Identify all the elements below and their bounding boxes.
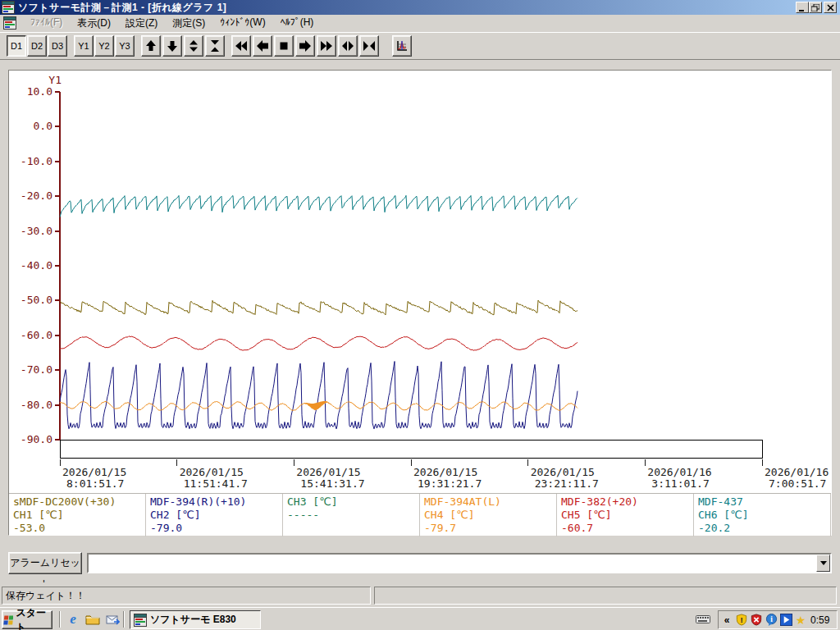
channel-label: sMDF-DC200V(+30) xyxy=(13,495,145,509)
toolbar-button-collapse-horizontal[interactable] xyxy=(359,35,379,57)
security-warning-icon[interactable]: ! xyxy=(735,614,748,627)
toolbar-button-step-forward[interactable] xyxy=(295,35,315,57)
x-tick-time: 11:51:41.7 xyxy=(184,477,248,490)
toolbar-button-stop[interactable] xyxy=(274,35,294,57)
x-tick-date: 2026/01/15 xyxy=(413,466,477,478)
collapse-horizontal-icon xyxy=(363,39,376,52)
trace-ch1 xyxy=(60,300,578,315)
alarm-reset-button[interactable]: アラームリセット xyxy=(8,552,82,574)
legend-channel-ch1: sMDF-DC200V(+30)CH1 [℃]-53.0 xyxy=(9,494,146,536)
move-down-icon xyxy=(166,39,179,52)
expand-vertical-icon xyxy=(187,39,200,52)
menu-bar: ﾌｧｲﾙ(F)表示(D)設定(Z)測定(S)ｳｨﾝﾄﾞｳ(W)ﾍﾙﾌﾟ(H) xyxy=(0,15,840,31)
toolbar-button-step-back[interactable] xyxy=(253,35,272,57)
x-tick-time: 15:41:31.7 xyxy=(300,477,364,490)
y-tick-label: -50.0 xyxy=(21,294,52,306)
legend-channel-ch4: MDF-394AT(L)CH4 [℃]-79.7 xyxy=(420,494,557,536)
menu-item-1[interactable]: 表示(D) xyxy=(70,15,118,32)
menu-items: ﾌｧｲﾙ(F)表示(D)設定(Z)測定(S)ｳｨﾝﾄﾞｳ(W)ﾍﾙﾌﾟ(H) xyxy=(23,15,321,32)
media-play-icon[interactable] xyxy=(779,614,792,627)
channel-unit: CH5 [℃] xyxy=(561,509,693,522)
start-label: スタート xyxy=(16,606,52,630)
mail-icon[interactable] xyxy=(105,612,120,627)
app-icon xyxy=(134,614,147,627)
restore-button[interactable] xyxy=(809,2,822,13)
taskbar-separator xyxy=(123,611,125,628)
toolbar-button-expand-vertical[interactable] xyxy=(184,35,203,57)
channel-unit: CH2 [℃] xyxy=(150,509,282,522)
menu-item-5[interactable]: ﾍﾙﾌﾟ(H) xyxy=(273,15,322,32)
menu-item-4[interactable]: ｳｨﾝﾄﾞｳ(W) xyxy=(212,15,272,32)
legend-channel-ch5: MDF-382(+20)CH5 [℃]-60.7 xyxy=(557,494,694,536)
y-tick-label: 10.0 xyxy=(27,85,52,98)
star-icon[interactable]: ★ xyxy=(794,614,807,627)
x-tick-date: 2026/01/15 xyxy=(296,466,360,478)
start-button[interactable]: スタート xyxy=(2,610,52,629)
app-icon xyxy=(2,1,15,14)
expand-horizontal-icon xyxy=(341,39,354,52)
internet-explorer-icon[interactable]: e xyxy=(66,612,80,627)
toolbar-button-d3[interactable]: D3 xyxy=(48,35,67,57)
alarm-row: アラームリセット xyxy=(0,546,840,578)
toolbar-button-collapse-vertical[interactable] xyxy=(205,35,225,57)
toolbar-button-rewind[interactable] xyxy=(231,35,251,57)
y-tick-label: -90.0 xyxy=(21,433,52,445)
toolbar-button-move-up[interactable] xyxy=(141,35,161,57)
toolbar-button-d2[interactable]: D2 xyxy=(27,35,47,57)
alarm-combo-box[interactable] xyxy=(87,553,832,573)
task-button-active[interactable]: ソフトサーモ E830 xyxy=(130,610,261,629)
toolbar-button-y2[interactable]: Y2 xyxy=(94,35,114,57)
channel-legend: sMDF-DC200V(+30)CH1 [℃]-53.0MDF-394(R)(+… xyxy=(9,493,831,536)
channel-label: MDF-382(+20) xyxy=(561,495,693,509)
taskbar-separator xyxy=(59,611,61,628)
x-tick-date: 2026/01/16 xyxy=(765,466,829,478)
y-tick-label: -70.0 xyxy=(21,363,52,376)
info-balloon-icon[interactable]: i xyxy=(765,614,778,627)
graph-settings-icon xyxy=(395,39,409,52)
trace-ch2 xyxy=(60,362,578,429)
x-tick-date: 2026/01/15 xyxy=(531,466,595,478)
x-tick-time: 7:00:51.7 xyxy=(769,477,826,490)
toolbar-button-graph-settings[interactable] xyxy=(392,35,412,57)
x-tick-time: 8:01:51.7 xyxy=(66,477,124,490)
channel-unit: CH1 [℃] xyxy=(13,509,145,522)
toolbar-button-expand-horizontal[interactable] xyxy=(338,35,358,57)
toolbar-button-y3[interactable]: Y3 xyxy=(115,35,135,57)
channel-value: ----- xyxy=(287,509,419,522)
x-tick-date: 2026/01/15 xyxy=(62,466,126,478)
legend-channel-ch2: MDF-394(R)(+10)CH2 [℃]-79.0 xyxy=(146,494,283,536)
channel-unit: CH4 [℃] xyxy=(424,509,556,522)
document-icon[interactable] xyxy=(3,16,16,30)
security-alert-icon[interactable] xyxy=(750,614,763,627)
channel-value: -53.0 xyxy=(13,522,145,535)
channel-label: MDF-394(R)(+10) xyxy=(150,495,282,509)
folder-icon[interactable] xyxy=(85,612,100,627)
channel-value: -60.7 xyxy=(561,522,693,535)
toolbar-button-fast-forward[interactable] xyxy=(317,35,336,57)
channel-unit: CH6 [℃] xyxy=(698,509,830,522)
toolbar-button-y1[interactable]: Y1 xyxy=(74,35,94,57)
taskbar: スタート e ソフトサーモ E830 « ! i ★ 0:59 xyxy=(0,607,840,630)
toolbar-button-move-down[interactable] xyxy=(162,35,182,57)
collapse-chevron-icon[interactable]: « xyxy=(720,614,733,627)
close-button[interactable] xyxy=(824,2,837,13)
channel-label: MDF-394AT(L) xyxy=(424,495,556,509)
channel-label: MDF-437 xyxy=(698,495,830,509)
keyboard-icon[interactable] xyxy=(696,614,710,624)
window-title: ソフトサーモ計測－計測1 - [折れ線グラフ 1] xyxy=(18,1,226,15)
channel-value: -20.2 xyxy=(698,522,830,535)
minimize-button[interactable] xyxy=(796,2,809,13)
title-bar: ソフトサーモ計測－計測1 - [折れ線グラフ 1] xyxy=(0,0,840,15)
status-panel-secondary xyxy=(374,587,837,605)
step-forward-icon xyxy=(299,39,312,52)
menu-item-2[interactable]: 設定(Z) xyxy=(118,15,165,32)
svg-text:!: ! xyxy=(740,615,742,624)
legend-channel-ch6: MDF-437CH6 [℃]-20.2 xyxy=(694,494,831,536)
combo-dropdown-button[interactable] xyxy=(816,555,830,572)
toolbar-button-d1[interactable]: D1 xyxy=(7,35,26,57)
menu-item-3[interactable]: 測定(S) xyxy=(165,15,212,32)
y-axis-name: Y1 xyxy=(48,74,62,86)
windows-logo-icon xyxy=(2,614,13,626)
collapse-vertical-icon xyxy=(208,39,221,52)
x-tick-time: 3:11:01.7 xyxy=(651,477,709,490)
